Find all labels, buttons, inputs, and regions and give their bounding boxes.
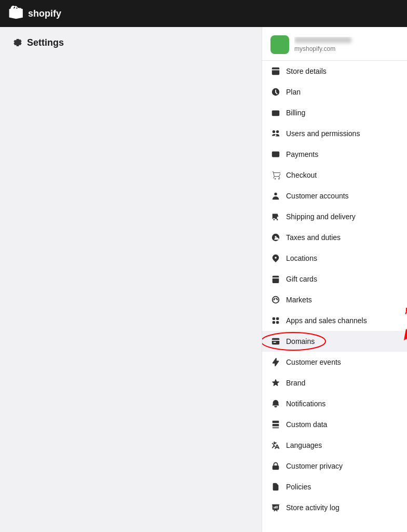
nav-label-policies: Policies xyxy=(286,483,399,491)
store-activity-icon xyxy=(270,502,281,513)
store-info: myshopify.com xyxy=(262,27,407,61)
nav-label-locations: Locations xyxy=(286,254,399,262)
nav-label-users-permissions: Users and permissions xyxy=(286,129,399,138)
shipping-icon xyxy=(270,211,281,222)
customer-accounts-icon xyxy=(270,191,281,201)
right-panel: myshopify.com Store details Plan xyxy=(262,27,407,532)
nav-label-customer-privacy: Customer privacy xyxy=(286,462,399,470)
nav-label-store-details: Store details xyxy=(286,67,399,75)
domains-icon xyxy=(270,336,281,347)
nav-label-taxes-duties: Taxes and duties xyxy=(286,233,399,242)
nav-item-store-details[interactable]: Store details xyxy=(262,61,407,82)
locations-icon xyxy=(270,253,281,263)
settings-header: Settings xyxy=(0,27,76,59)
settings-title: Settings xyxy=(27,37,64,48)
nav-item-brand[interactable]: Brand xyxy=(262,373,407,393)
topbar: shopify xyxy=(0,0,407,27)
nav-label-payments: Payments xyxy=(286,150,399,158)
nav-label-markets: Markets xyxy=(286,296,399,304)
nav-item-apps-sales[interactable]: Apps and sales channels xyxy=(262,310,407,331)
nav-item-taxes-duties[interactable]: Taxes and duties xyxy=(262,227,407,248)
nav-item-plan[interactable]: Plan xyxy=(262,82,407,102)
gift-cards-icon xyxy=(270,274,281,284)
nav-item-custom-data[interactable]: Custom data xyxy=(262,414,407,435)
policies-icon xyxy=(270,482,281,492)
settings-icon xyxy=(12,38,23,48)
store-details-icon xyxy=(270,66,281,76)
store-name-area: myshopify.com xyxy=(294,37,399,52)
nav-item-languages[interactable]: Languages xyxy=(262,435,407,456)
nav-item-shipping-delivery[interactable]: Shipping and delivery xyxy=(262,206,407,227)
nav-label-checkout: Checkout xyxy=(286,171,399,179)
nav-label-custom-data: Custom data xyxy=(286,420,399,429)
nav-label-store-activity: Store activity log xyxy=(286,503,399,512)
nav-item-payments[interactable]: Payments xyxy=(262,144,407,165)
nav-label-apps-sales: Apps and sales channels xyxy=(286,316,399,325)
nav-item-gift-cards[interactable]: Gift cards xyxy=(262,269,407,289)
nav-label-brand: Brand xyxy=(286,379,399,387)
brand-icon xyxy=(270,378,281,388)
checkout-icon xyxy=(270,170,281,180)
plan-icon xyxy=(270,87,281,97)
customer-events-icon xyxy=(270,357,281,367)
store-url: myshopify.com xyxy=(294,45,399,52)
nav-label-billing: Billing xyxy=(286,109,399,117)
main-content: myshopify.com Store details Plan xyxy=(0,27,407,532)
nav-item-customer-privacy[interactable]: Customer privacy xyxy=(262,456,407,476)
svg-rect-0 xyxy=(272,111,279,116)
payments-icon xyxy=(270,149,281,159)
markets-icon xyxy=(270,295,281,305)
users-icon xyxy=(270,128,281,139)
nav-item-domains[interactable]: Domains 点击 xyxy=(262,331,407,352)
nav-label-plan: Plan xyxy=(286,88,399,96)
nav-label-shipping-delivery: Shipping and delivery xyxy=(286,212,399,221)
apps-icon xyxy=(270,315,281,326)
languages-icon xyxy=(270,440,281,450)
shopify-logo: shopify xyxy=(8,6,61,21)
nav-item-customer-accounts[interactable]: Customer accounts xyxy=(262,185,407,206)
nav-item-store-activity[interactable]: Store activity log xyxy=(262,497,407,518)
nav-label-notifications: Notifications xyxy=(286,400,399,408)
logo-text: shopify xyxy=(28,8,61,19)
billing-icon xyxy=(270,108,281,118)
left-area xyxy=(0,27,262,532)
store-name-blur xyxy=(294,37,351,43)
settings-nav: Store details Plan Billing xyxy=(262,61,407,518)
customer-privacy-icon xyxy=(270,461,281,471)
custom-data-icon xyxy=(270,419,281,430)
nav-item-markets[interactable]: Markets xyxy=(262,289,407,310)
store-avatar xyxy=(270,35,289,54)
nav-item-checkout[interactable]: Checkout xyxy=(262,165,407,185)
nav-label-gift-cards: Gift cards xyxy=(286,275,399,283)
nav-item-billing[interactable]: Billing xyxy=(262,102,407,123)
nav-item-notifications[interactable]: Notifications xyxy=(262,393,407,414)
nav-label-domains: Domains xyxy=(286,337,399,345)
nav-label-customer-events: Customer events xyxy=(286,358,399,366)
nav-item-locations[interactable]: Locations xyxy=(262,248,407,269)
notifications-icon xyxy=(270,398,281,409)
taxes-icon xyxy=(270,232,281,243)
nav-item-customer-events[interactable]: Customer events xyxy=(262,352,407,373)
nav-item-users-permissions[interactable]: Users and permissions xyxy=(262,123,407,144)
nav-label-languages: Languages xyxy=(286,441,399,449)
nav-label-customer-accounts: Customer accounts xyxy=(286,192,399,200)
nav-item-policies[interactable]: Policies xyxy=(262,476,407,497)
